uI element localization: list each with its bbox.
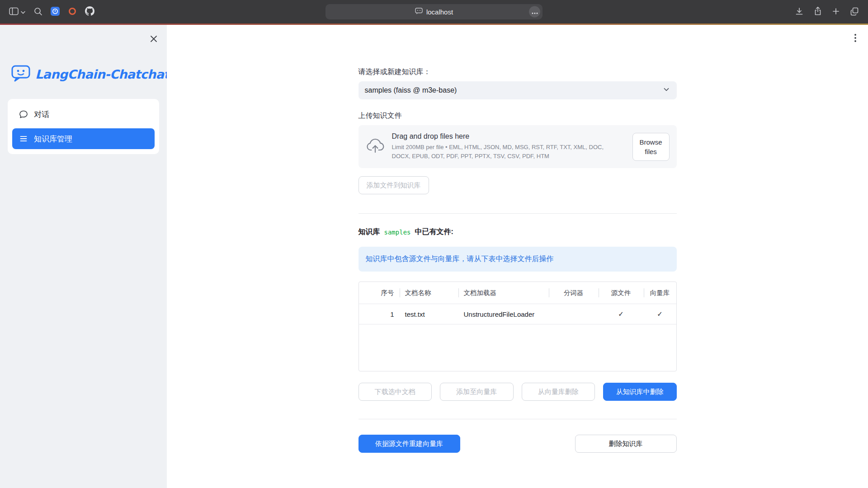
sidebar: LangChain-Chatchat 对话 知识库管理	[0, 25, 167, 488]
section-divider	[359, 419, 677, 419]
nav-item-label: 对话	[34, 109, 49, 120]
add-to-vector-button[interactable]: 添加至向量库	[440, 383, 514, 401]
share-icon	[814, 6, 822, 17]
files-heading-suffix: 中已有文件:	[415, 227, 453, 237]
ring-extension-button[interactable]	[65, 4, 80, 20]
kb-select-label: 请选择或新建知识库：	[359, 67, 677, 77]
sidebar-toggle-button[interactable]	[6, 5, 28, 19]
rebuild-vector-store-button[interactable]: 依据源文件重建向量库	[359, 435, 460, 453]
table-row[interactable]: 1 test.txt UnstructuredFileLoader ✓ ✓	[359, 304, 676, 324]
info-message-text: 知识库中包含源文件与向量库，请从下表中选择文件后操作	[366, 255, 554, 263]
table-header-splitter: 分词器	[549, 282, 599, 304]
uploader-limit: Limit 200MB per file • EML, HTML, JSON, …	[392, 143, 623, 161]
new-tab-button[interactable]	[829, 5, 843, 19]
password-extension-button[interactable]	[48, 4, 62, 20]
uploader-title: Drag and drop files here	[392, 132, 623, 141]
file-actions-row: 下载选中文档 添加至向量库 从向量库删除 从知识库中删除	[359, 383, 677, 401]
toolbar-right-group	[792, 4, 862, 20]
app-body: LangChain-Chatchat 对话 知识库管理	[0, 25, 868, 488]
table-header-no: 序号	[359, 282, 400, 304]
github-icon	[85, 6, 94, 17]
files-table: 序号 文档名称 文档加载器 分词器 源文件 向量库 1 test.txt Uns…	[359, 282, 677, 371]
content-column: 请选择或新建知识库： samples (faiss @ m3e-base) 上传…	[359, 25, 677, 453]
chevron-down-icon	[21, 9, 25, 15]
kb-select-value: samples (faiss @ m3e-base)	[365, 86, 457, 94]
toolbar-left-group	[6, 4, 97, 20]
section-divider	[359, 213, 677, 214]
delete-from-vector-button[interactable]: 从向量库删除	[522, 383, 595, 401]
tab-overview-button[interactable]	[847, 4, 862, 20]
add-files-button[interactable]: 添加文件到知识库	[359, 176, 429, 194]
password-extension-icon	[51, 7, 60, 17]
cloud-upload-icon	[366, 138, 385, 155]
download-selected-button[interactable]: 下载选中文档	[359, 383, 432, 401]
tabs-icon	[850, 7, 859, 17]
table-header-name: 文档名称	[400, 282, 458, 304]
search-icon	[33, 7, 42, 17]
chat-bubble-icon	[19, 110, 28, 119]
kb-actions-row: 依据源文件重建向量库 删除知识库	[359, 435, 677, 453]
table-header-loader: 文档加载器	[458, 282, 549, 304]
screen: localhost	[0, 0, 868, 488]
sidebar-nav: 对话 知识库管理	[8, 99, 159, 154]
knowledge-base-icon	[19, 134, 28, 143]
site-favicon-icon	[415, 8, 423, 16]
delete-kb-button[interactable]: 删除知识库	[575, 435, 677, 453]
share-button[interactable]	[811, 4, 825, 20]
nav-item-dialogue[interactable]: 对话	[12, 104, 155, 125]
cell-loader: UnstructuredFileLoader	[458, 304, 549, 324]
sidebar-close-button[interactable]	[148, 33, 160, 46]
app-logo-text: LangChain-Chatchat	[35, 67, 170, 81]
browser-toolbar: localhost	[0, 0, 868, 23]
address-bar[interactable]: localhost	[326, 4, 542, 19]
close-icon	[150, 38, 158, 44]
cell-name: test.txt	[400, 304, 458, 324]
github-extension-button[interactable]	[82, 4, 97, 20]
upload-section-label: 上传知识文件	[359, 111, 677, 121]
app-menu-button[interactable]	[853, 32, 858, 45]
ellipsis-icon	[532, 8, 538, 16]
browse-files-button[interactable]: Browse files	[632, 133, 670, 161]
chevron-down-icon	[662, 85, 670, 95]
download-icon	[795, 7, 804, 17]
delete-from-kb-button[interactable]: 从知识库中删除	[603, 383, 677, 401]
uploader-text: Drag and drop files here Limit 200MB per…	[392, 132, 623, 161]
kb-name-code: samples	[384, 229, 411, 236]
table-header-source: 源文件	[599, 282, 644, 304]
ring-extension-icon	[68, 7, 77, 17]
cell-no: 1	[359, 304, 400, 324]
files-heading-prefix: 知识库	[359, 227, 380, 237]
address-url: localhost	[426, 8, 453, 16]
kb-select[interactable]: samples (faiss @ m3e-base)	[359, 81, 677, 99]
nav-item-label: 知识库管理	[34, 134, 72, 144]
plus-icon	[832, 7, 840, 17]
table-header-row: 序号 文档名称 文档加载器 分词器 源文件 向量库	[359, 282, 676, 304]
browser-search-button[interactable]	[31, 4, 45, 20]
cell-splitter	[549, 304, 599, 324]
kebab-menu-icon	[854, 37, 856, 43]
files-heading: 知识库 samples 中已有文件:	[359, 227, 677, 237]
info-message: 知识库中包含源文件与向量库，请从下表中选择文件后操作	[359, 247, 677, 272]
chatchat-logo-icon	[11, 65, 30, 84]
file-uploader-dropzone[interactable]: Drag and drop files here Limit 200MB per…	[359, 125, 677, 168]
app-logo: LangChain-Chatchat	[8, 65, 159, 84]
main-content: 请选择或新建知识库： samples (faiss @ m3e-base) 上传…	[167, 25, 868, 488]
downloads-button[interactable]	[792, 4, 807, 20]
table-header-vector: 向量库	[644, 282, 676, 304]
address-extensions-button[interactable]	[529, 6, 540, 18]
nav-item-knowledge-base[interactable]: 知识库管理	[12, 128, 155, 149]
check-icon: ✓	[599, 304, 644, 324]
check-icon: ✓	[644, 304, 676, 324]
sidebar-toggle-icon	[9, 7, 19, 17]
